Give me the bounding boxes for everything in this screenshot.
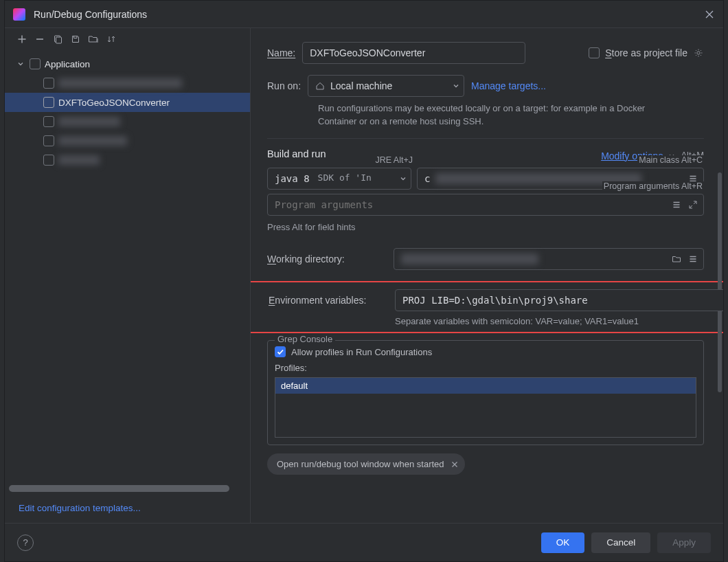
env-input[interactable] bbox=[395, 289, 723, 311]
working-dir-label: Working directory: bbox=[267, 254, 387, 265]
main-panel: Name: SStore as project filetore as proj… bbox=[251, 28, 723, 523]
folder-icon[interactable] bbox=[671, 254, 682, 265]
allow-profiles-checkbox[interactable] bbox=[275, 346, 286, 357]
intellij-icon bbox=[13, 8, 25, 21]
sort-button[interactable] bbox=[104, 32, 119, 47]
application-icon bbox=[43, 155, 54, 166]
svg-point-2 bbox=[697, 52, 700, 54]
jre-combo[interactable]: java 8 SDK of 'In bbox=[267, 168, 411, 190]
press-alt-hint: Press Alt for field hints bbox=[267, 221, 704, 234]
env-label: Environment variables: bbox=[269, 295, 388, 306]
store-project-label: SStore as project filetore as project fi… bbox=[605, 47, 687, 58]
list-icon[interactable] bbox=[671, 199, 682, 210]
home-icon bbox=[315, 81, 325, 91]
close-icon[interactable] bbox=[704, 9, 715, 20]
run-on-combo[interactable]: Local machine bbox=[308, 75, 464, 97]
expand-icon[interactable] bbox=[687, 199, 698, 210]
manage-targets-link[interactable]: Manage targets... bbox=[471, 80, 546, 91]
main-class-hint: Main class Alt+C bbox=[637, 155, 704, 165]
separator bbox=[267, 138, 704, 139]
help-button[interactable]: ? bbox=[17, 535, 34, 551]
apply-button[interactable]: Apply bbox=[657, 532, 711, 553]
run-on-label: Run on: bbox=[267, 80, 301, 91]
jre-hint: JRE Alt+J bbox=[374, 155, 414, 165]
profile-item[interactable]: default bbox=[275, 378, 696, 394]
env-hint: Separate variables with semicolon: VAR=v… bbox=[395, 315, 723, 328]
tree-item-selected[interactable]: DXFToGeoJSONConverter bbox=[5, 93, 250, 112]
titlebar: Run/Debug Configurations bbox=[5, 1, 723, 28]
profiles-list[interactable]: default bbox=[275, 377, 696, 438]
store-project-row: SStore as project filetore as project fi… bbox=[589, 47, 704, 58]
gear-icon[interactable] bbox=[693, 47, 704, 58]
close-icon[interactable] bbox=[451, 461, 458, 468]
chip-label: Open run/debug tool window when started bbox=[277, 459, 444, 469]
run-debug-dialog: Run/Debug Configurations bbox=[4, 0, 724, 562]
tree-item-label bbox=[58, 117, 120, 126]
ok-button[interactable]: OK bbox=[541, 532, 585, 553]
main-class-prefix: c bbox=[424, 173, 430, 184]
remove-button[interactable] bbox=[32, 32, 47, 47]
jre-sub: SDK of 'In bbox=[318, 172, 372, 185]
dialog-footer: ? OK Cancel Apply bbox=[5, 523, 723, 561]
name-input[interactable] bbox=[302, 42, 525, 64]
application-icon bbox=[43, 97, 54, 108]
store-project-checkbox[interactable] bbox=[589, 47, 600, 58]
program-args-hint: Program arguments Alt+R bbox=[602, 181, 704, 191]
tree-item-label bbox=[58, 136, 127, 146]
program-args-input[interactable] bbox=[267, 194, 704, 216]
working-dir-input[interactable] bbox=[394, 248, 704, 270]
jre-value: java 8 bbox=[275, 173, 310, 184]
env-highlight-box: Environment variables: Separate variable… bbox=[251, 281, 723, 334]
tree-item[interactable] bbox=[5, 112, 250, 131]
working-dir-redacted bbox=[401, 254, 538, 265]
application-icon bbox=[43, 116, 54, 127]
tree-item-label: DXFToGeoJSONConverter bbox=[58, 98, 170, 108]
cancel-button[interactable]: Cancel bbox=[591, 532, 650, 553]
list-icon[interactable] bbox=[687, 254, 698, 265]
tree-root-label: Application bbox=[45, 59, 90, 69]
sidebar-toolbar bbox=[5, 28, 250, 50]
grep-legend: Grep Console bbox=[275, 334, 335, 344]
application-icon bbox=[43, 135, 54, 146]
tree-item[interactable] bbox=[5, 131, 250, 150]
run-on-hint: Run configurations may be executed local… bbox=[318, 102, 648, 128]
tree-item-label bbox=[58, 155, 100, 165]
config-tree: Application DXFToGeoJSONConverter bbox=[5, 50, 250, 485]
add-button[interactable] bbox=[14, 32, 30, 47]
edit-templates-link[interactable]: Edit configuration templates... bbox=[5, 493, 250, 523]
dialog-title: Run/Debug Configurations bbox=[34, 9, 147, 20]
sidebar-scrollbar[interactable] bbox=[9, 485, 229, 492]
name-label: Name: bbox=[267, 47, 295, 58]
copy-button[interactable] bbox=[50, 32, 65, 47]
chevron-down-icon bbox=[400, 175, 407, 182]
chevron-down-icon bbox=[17, 60, 25, 67]
tree-item[interactable] bbox=[5, 74, 250, 93]
application-icon bbox=[43, 78, 54, 89]
grep-console-group: Grep Console Allow profiles in Run Confi… bbox=[267, 340, 704, 445]
chevron-down-icon bbox=[453, 82, 459, 89]
configurations-sidebar: Application DXFToGeoJSONConverter bbox=[5, 28, 251, 523]
vertical-scrollbar[interactable] bbox=[718, 172, 722, 392]
tree-root-application[interactable]: Application bbox=[5, 54, 250, 74]
run-on-value: Local machine bbox=[330, 80, 392, 91]
svg-rect-1 bbox=[56, 37, 62, 43]
build-run-title: Build and run bbox=[267, 148, 326, 159]
folder-button[interactable] bbox=[86, 32, 101, 47]
allow-profiles-label: Allow profiles in Run Configurations bbox=[291, 347, 432, 357]
application-icon bbox=[30, 58, 41, 69]
tree-item[interactable] bbox=[5, 150, 250, 170]
save-button[interactable] bbox=[68, 32, 83, 47]
profiles-label: Profiles: bbox=[275, 363, 696, 373]
open-tool-window-chip[interactable]: Open run/debug tool window when started bbox=[267, 453, 465, 475]
tree-item-label bbox=[58, 78, 182, 88]
